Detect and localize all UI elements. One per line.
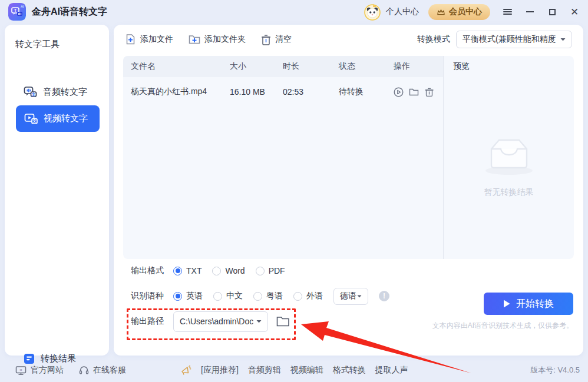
cell-status: 待转换 <box>339 87 394 97</box>
mode-label: 转换模式 <box>417 34 450 45</box>
close-button[interactable]: ✕ <box>569 6 580 17</box>
cell-filename: 杨天真的小红书.mp4 <box>123 87 230 97</box>
crown-icon <box>437 8 445 16</box>
radio-word[interactable]: Word <box>212 266 245 275</box>
empty-state-text: 暂无转换结果 <box>444 187 574 198</box>
maximize-button[interactable] <box>547 6 557 17</box>
megaphone-icon <box>180 365 191 376</box>
radio-label: TXT <box>186 266 201 275</box>
output-path-label: 输出路径 <box>131 316 164 327</box>
svg-text:AI: AI <box>21 5 24 8</box>
foreign-language-value: 德语 <box>340 291 356 301</box>
vip-center-label: 会员中心 <box>449 6 482 17</box>
cell-size: 16.10 MB <box>230 87 283 97</box>
menu-icon[interactable] <box>502 6 513 17</box>
vip-center-button[interactable]: 会员中心 <box>428 4 490 20</box>
chevron-down-icon <box>560 38 566 41</box>
radio-indicator <box>293 292 302 301</box>
svg-text:T: T <box>14 8 16 12</box>
radio-foreign[interactable]: 外语 <box>293 291 323 301</box>
version-text: 版本号: V4.0.5 <box>530 365 580 376</box>
radio-label: 中文 <box>226 291 243 301</box>
radio-indicator <box>256 267 265 275</box>
radio-chinese[interactable]: 中文 <box>213 291 243 301</box>
clear-button[interactable]: 清空 <box>261 34 292 45</box>
promo-link-format-convert[interactable]: 格式转换 <box>333 365 366 376</box>
minimize-button[interactable] <box>524 6 535 17</box>
radio-indicator <box>173 292 182 301</box>
cell-duration: 02:53 <box>283 87 339 97</box>
play-icon[interactable] <box>394 87 404 97</box>
radio-label: PDF <box>269 266 285 275</box>
app-window: T AI 金舟AI语音转文字 个人中心 <box>0 0 588 382</box>
sidebar-item-video-to-text[interactable]: 文 视频转文字 <box>16 105 100 132</box>
open-folder-icon[interactable] <box>409 87 419 97</box>
sidebar-item-label: 音频转文字 <box>43 87 87 98</box>
header-size: 大小 <box>230 61 283 72</box>
radio-label: 粤语 <box>266 291 283 301</box>
info-icon[interactable]: ! <box>379 291 389 301</box>
radio-english[interactable]: 英语 <box>173 291 203 301</box>
preview-panel: 预览 暂无转换结果 <box>443 56 574 259</box>
promo-link-video-edit[interactable]: 视频编辑 <box>290 365 323 376</box>
video-to-text-icon: 文 <box>24 112 38 125</box>
radio-cantonese[interactable]: 粤语 <box>253 291 283 301</box>
footer: ‹› 官方网站 在线客服 [应用推荐] 音频剪辑 视频编辑 <box>0 358 588 382</box>
radio-indicator <box>253 292 262 301</box>
header-status: 状态 <box>339 61 394 72</box>
user-avatar[interactable] <box>364 3 381 21</box>
preview-title: 预览 <box>453 61 470 72</box>
promo-link-audio-edit[interactable]: 音频剪辑 <box>248 365 281 376</box>
mode-value: 平衡模式(兼顾性能和精度 <box>463 34 556 45</box>
delete-icon[interactable] <box>424 87 434 97</box>
output-path-select[interactable]: C:\Users\admin\Doc <box>173 311 268 332</box>
headset-icon <box>79 366 89 376</box>
add-file-icon <box>125 34 136 45</box>
add-folder-label: 添加文件夹 <box>204 34 246 45</box>
header-filename: 文件名 <box>123 61 230 72</box>
table-header: 文件名 大小 时长 状态 操作 <box>123 56 443 77</box>
radio-indicator <box>213 292 222 301</box>
add-file-button[interactable]: 添加文件 <box>125 34 173 45</box>
browse-folder-icon[interactable] <box>276 315 290 327</box>
clear-label: 清空 <box>275 34 292 45</box>
chevron-down-icon <box>256 320 262 323</box>
online-support-link[interactable]: 在线客服 <box>79 365 126 376</box>
empty-tray-icon <box>480 131 539 177</box>
empty-state: 暂无转换结果 <box>444 131 574 198</box>
file-area: 文件名 大小 时长 状态 操作 杨天真的小红书.mp4 16.10 MB 02:… <box>123 56 574 259</box>
foreign-language-select[interactable]: 德语 <box>333 288 368 305</box>
monitor-icon: ‹› <box>15 366 27 376</box>
disclaimer-text: 文本内容由AI语音识别技术生成，仅供参考。 <box>432 321 573 331</box>
language-row: 识别语种 英语 中文 粤语 外语 德语 ! <box>131 288 389 304</box>
mode-select[interactable]: 平衡模式(兼顾性能和精度 <box>456 31 572 48</box>
svg-text:文: 文 <box>32 118 37 123</box>
radio-label: 英语 <box>186 291 203 301</box>
chevron-down-icon <box>357 295 362 298</box>
output-format-row: 输出格式 TXT Word PDF <box>131 264 296 278</box>
user-center-link[interactable]: 个人中心 <box>386 6 419 17</box>
add-folder-icon <box>189 34 200 45</box>
file-list: 文件名 大小 时长 状态 操作 杨天真的小红书.mp4 16.10 MB 02:… <box>123 56 443 259</box>
toolbar: 添加文件 添加文件夹 清空 转换模式 <box>114 25 583 54</box>
start-convert-button[interactable]: 开始转换 <box>484 293 573 315</box>
radio-txt[interactable]: TXT <box>173 266 201 275</box>
official-website-link[interactable]: ‹› 官方网站 <box>15 365 64 376</box>
radio-pdf[interactable]: PDF <box>256 266 285 275</box>
radio-label: 外语 <box>306 291 323 301</box>
sidebar-item-audio-to-text[interactable]: 文 音频转文字 <box>24 86 87 98</box>
sidebar-item-label: 视频转文字 <box>44 113 88 124</box>
app-logo-icon: T AI <box>8 3 26 21</box>
start-convert-label: 开始转换 <box>516 298 554 310</box>
title-bar: T AI 金舟AI语音转文字 个人中心 <box>0 0 588 24</box>
table-row[interactable]: 杨天真的小红书.mp4 16.10 MB 02:53 待转换 <box>123 77 443 107</box>
sidebar-section-title: 转文字工具 <box>15 39 60 50</box>
sidebar: 转文字工具 文 音频转文字 文 视频转文字 <box>5 25 109 356</box>
add-folder-button[interactable]: 添加文件夹 <box>189 34 246 45</box>
output-path-value: C:\Users\admin\Doc <box>180 317 253 326</box>
radio-label: Word <box>225 266 245 275</box>
audio-to-text-icon: 文 <box>24 86 37 98</box>
promo-link-vocal-extract[interactable]: 提取人声 <box>375 365 408 376</box>
svg-text:文: 文 <box>31 92 36 97</box>
svg-text:‹›: ‹› <box>19 367 22 371</box>
